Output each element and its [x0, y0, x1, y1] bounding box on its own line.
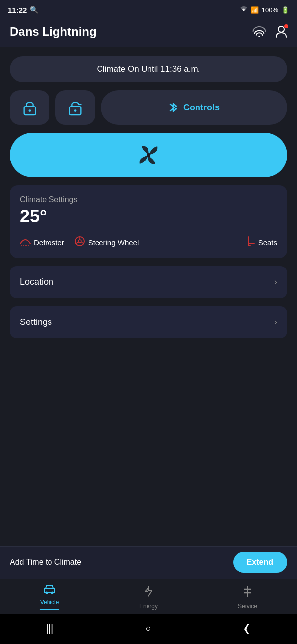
climate-toggle-button[interactable] [10, 133, 287, 177]
car-status-button[interactable] [252, 26, 266, 37]
vehicle-tab-indicator [40, 609, 59, 610]
profile-button[interactable] [275, 25, 287, 38]
steering-wheel-control[interactable]: Steering Wheel [74, 236, 139, 249]
signal-icon: 📶 [251, 6, 259, 14]
battery-display: 100% [262, 6, 278, 14]
android-back-button[interactable]: ❮ [228, 619, 266, 637]
app-title: Dans Lightning [10, 25, 97, 39]
status-time-area: 11:22 🔍 [8, 6, 38, 14]
app-header: Dans Lightning [0, 20, 297, 47]
bottom-action-bar: Add Time to Climate Extend [0, 546, 297, 579]
wifi-icon [239, 6, 248, 14]
add-time-label: Add Time to Climate [10, 558, 81, 567]
steering-wheel-label: Steering Wheel [88, 238, 139, 247]
header-actions [252, 25, 287, 38]
service-tab-label: Service [238, 603, 257, 610]
defroster-control[interactable]: Defroster [20, 237, 64, 248]
search-icon: 🔍 [30, 6, 38, 14]
extend-button[interactable]: Extend [233, 552, 287, 573]
climate-temperature: 25° [20, 206, 277, 227]
climate-status-text: Climate On Until 11:36 a.m. [97, 64, 200, 74]
android-nav-bar: ||| ○ ❮ [0, 614, 297, 644]
svg-point-6 [147, 153, 150, 157]
lock-button[interactable] [10, 90, 50, 125]
svg-point-5 [74, 109, 77, 112]
seats-icon [247, 236, 256, 249]
svg-point-1 [278, 26, 284, 32]
controls-label: Controls [183, 103, 220, 113]
recent-icon: ||| [46, 623, 54, 634]
settings-label: Settings [20, 317, 52, 327]
vehicle-tab-label: Vehicle [40, 599, 59, 606]
notification-dot [284, 24, 288, 28]
main-content: Climate On Until 11:36 a.m. Controls [0, 47, 297, 546]
unlock-button[interactable] [55, 90, 95, 125]
status-indicators: 📶 100% 🔋 [239, 6, 289, 14]
climate-settings-title: Climate Settings [20, 195, 277, 204]
svg-point-13 [78, 240, 81, 243]
climate-status-bar: Climate On Until 11:36 a.m. [10, 56, 287, 82]
status-bar: 11:22 🔍 📶 100% 🔋 [0, 0, 297, 20]
energy-tab-label: Energy [139, 603, 158, 610]
location-label: Location [20, 277, 53, 287]
svg-point-19 [51, 592, 54, 594]
time-display: 11:22 [8, 6, 27, 14]
bluetooth-controls-button[interactable]: Controls [101, 90, 287, 125]
service-tab-icon [242, 585, 253, 601]
battery-icon: 🔋 [281, 6, 289, 14]
tab-vehicle[interactable]: Vehicle [0, 584, 99, 610]
tab-energy[interactable]: Energy [99, 585, 198, 610]
vehicle-tab-icon [43, 584, 56, 597]
action-button-row: Controls [10, 90, 287, 125]
android-home-button[interactable]: ○ [130, 620, 166, 637]
settings-nav-item[interactable]: Settings › [10, 306, 287, 338]
location-nav-item[interactable]: Location › [10, 266, 287, 298]
location-chevron: › [274, 277, 277, 287]
home-icon: ○ [145, 623, 151, 634]
android-recent-button[interactable]: ||| [31, 620, 69, 637]
energy-tab-icon [144, 585, 153, 601]
tab-service[interactable]: Service [198, 585, 297, 610]
steering-wheel-icon [74, 236, 85, 249]
seats-label: Seats [258, 238, 277, 247]
svg-point-3 [29, 109, 31, 112]
svg-point-18 [46, 592, 48, 594]
seats-control[interactable]: Seats [247, 236, 277, 249]
climate-controls-row: Defroster Steering Wheel [20, 236, 277, 249]
settings-chevron: › [274, 317, 277, 327]
defroster-icon [20, 237, 31, 248]
climate-settings-card: Climate Settings 25° Defroster [10, 185, 287, 258]
tab-bar: Vehicle Energy Service [0, 579, 297, 614]
defroster-label: Defroster [34, 238, 64, 247]
svg-point-0 [258, 36, 260, 37]
back-icon: ❮ [243, 623, 251, 634]
